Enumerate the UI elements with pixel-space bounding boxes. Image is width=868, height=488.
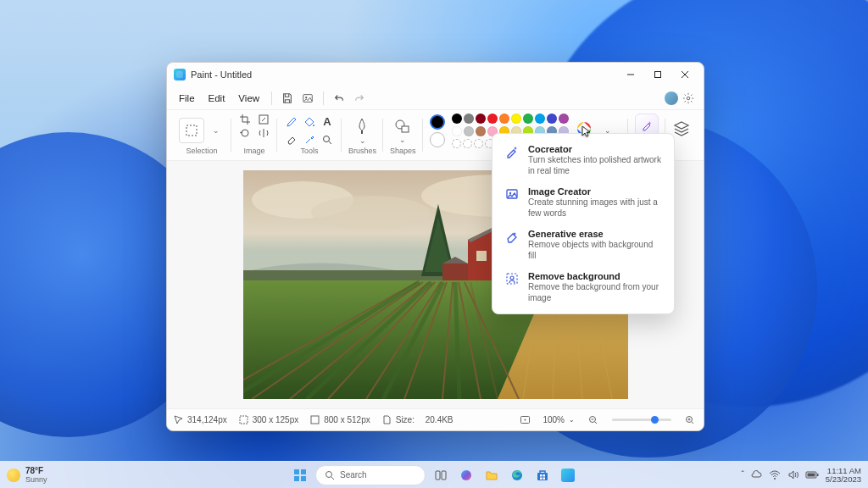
- undo-icon[interactable]: [329, 89, 349, 108]
- titlebar[interactable]: Paint - Untitled: [167, 63, 704, 86]
- mouse-cursor: [581, 125, 593, 141]
- group-shapes: ⌄ Shapes: [383, 114, 423, 160]
- shapes-dropdown[interactable]: ⌄: [394, 136, 411, 144]
- color-swatch[interactable]: [487, 114, 498, 124]
- group-label: Selection: [186, 147, 217, 155]
- custom-color-slot[interactable]: [463, 139, 472, 148]
- erase-icon: [504, 229, 520, 244]
- taskbar-paint[interactable]: [558, 465, 578, 485]
- taskbar-search[interactable]: Search: [315, 465, 426, 485]
- minimize-button[interactable]: [617, 63, 644, 86]
- custom-color-slot[interactable]: [452, 139, 461, 148]
- color-swatch[interactable]: [511, 114, 521, 124]
- copilot-menu-item[interactable]: Remove backgroundRemove the background f…: [492, 266, 674, 308]
- selection-size-icon: [239, 415, 248, 424]
- svg-point-4: [687, 97, 690, 100]
- battery-icon[interactable]: [805, 470, 819, 480]
- image-icon: [504, 186, 520, 202]
- color-swatch[interactable]: [452, 126, 462, 136]
- selection-tool[interactable]: [179, 118, 204, 143]
- onedrive-icon[interactable]: [751, 469, 762, 480]
- color-swatch[interactable]: [464, 126, 474, 136]
- svg-point-27: [509, 192, 511, 194]
- menu-edit[interactable]: Edit: [202, 91, 232, 106]
- tray-chevron-icon[interactable]: ˆ: [741, 470, 743, 480]
- wand-icon: [504, 144, 520, 159]
- copilot-menu-item[interactable]: Image CreatorCreate stunning images with…: [492, 181, 674, 224]
- flip-icon[interactable]: [257, 127, 270, 139]
- import-image-icon[interactable]: [298, 89, 318, 108]
- color-swatch[interactable]: [523, 114, 533, 124]
- close-button[interactable]: [671, 63, 698, 86]
- svg-point-34: [326, 471, 332, 477]
- group-brushes: ⌄ Brushes: [342, 114, 383, 160]
- svg-rect-39: [537, 473, 548, 480]
- taskbar[interactable]: 78°F Sunny Search ˆ 11:11 AM 5/23/2023: [0, 461, 868, 488]
- color-swatch[interactable]: [499, 114, 509, 124]
- zoom-out-button[interactable]: [587, 413, 600, 427]
- taskbar-clock[interactable]: 11:11 AM 5/23/2023: [826, 467, 861, 483]
- start-button[interactable]: [290, 465, 310, 485]
- weather-widget[interactable]: 78°F Sunny: [7, 466, 47, 484]
- save-icon[interactable]: [277, 89, 298, 108]
- color-swatch[interactable]: [464, 114, 474, 124]
- svg-point-37: [461, 470, 471, 480]
- settings-icon[interactable]: [678, 89, 698, 108]
- color-swatch[interactable]: [547, 114, 557, 124]
- svg-rect-19: [476, 251, 487, 261]
- pencil-tool[interactable]: [284, 114, 299, 130]
- color-swatch[interactable]: [535, 114, 545, 124]
- crop-icon[interactable]: [238, 114, 252, 125]
- color-swatch[interactable]: [476, 114, 486, 124]
- fill-tool[interactable]: [302, 114, 317, 130]
- canvas-size-icon: [310, 415, 320, 424]
- taskbar-copilot[interactable]: [456, 465, 476, 485]
- system-tray[interactable]: ˆ 11:11 AM 5/23/2023: [741, 467, 861, 483]
- svg-rect-41: [543, 474, 546, 477]
- taskbar-edge[interactable]: [507, 465, 527, 485]
- redo-icon[interactable]: [349, 89, 370, 108]
- brush-dropdown[interactable]: ⌄: [354, 136, 371, 145]
- resize-icon[interactable]: [257, 114, 270, 125]
- custom-color-slot[interactable]: [474, 139, 483, 148]
- taskbar-explorer[interactable]: [481, 465, 502, 485]
- group-image: Image: [231, 114, 277, 160]
- zoom-value[interactable]: 100% ⌄: [542, 415, 575, 424]
- filesize-icon: [382, 415, 392, 424]
- copilot-menu-item[interactable]: CocreatorTurn sketches into polished art…: [492, 139, 674, 181]
- menu-file[interactable]: File: [172, 91, 202, 106]
- shapes-icon[interactable]: [393, 117, 412, 136]
- taskbar-store[interactable]: [532, 465, 553, 485]
- svg-rect-10: [402, 126, 409, 132]
- picker-tool[interactable]: [302, 132, 317, 147]
- maximize-button[interactable]: [644, 63, 671, 86]
- brush-icon[interactable]: [354, 116, 371, 136]
- color2[interactable]: [430, 132, 445, 147]
- wifi-icon[interactable]: [769, 469, 781, 480]
- copilot-menu-item[interactable]: Generative eraseRemove objects with back…: [492, 224, 674, 266]
- color-swatch[interactable]: [476, 126, 486, 136]
- zoom-in-button[interactable]: [683, 413, 697, 427]
- fit-screen-button[interactable]: [520, 414, 531, 425]
- status-bar: 314,124px 300 x 125px 800 x 512px Size: …: [167, 408, 704, 430]
- color-swatch[interactable]: [559, 114, 569, 124]
- text-tool[interactable]: A: [320, 114, 335, 130]
- task-view-button[interactable]: [431, 465, 451, 485]
- zoom-slider[interactable]: [612, 419, 671, 421]
- svg-rect-36: [442, 471, 446, 480]
- volume-icon[interactable]: [787, 469, 798, 480]
- menu-view[interactable]: View: [231, 91, 266, 106]
- svg-point-29: [510, 276, 514, 280]
- rmbg-icon: [504, 271, 520, 286]
- svg-rect-33: [301, 476, 306, 481]
- status-canvas: 800 x 512px: [310, 415, 370, 424]
- color1[interactable]: [430, 114, 445, 130]
- eraser-tool[interactable]: [284, 132, 299, 147]
- rotate-icon[interactable]: [238, 127, 252, 139]
- user-avatar[interactable]: [665, 92, 678, 105]
- svg-point-7: [313, 125, 314, 126]
- selection-dropdown[interactable]: ⌄: [208, 126, 225, 135]
- svg-rect-21: [311, 416, 319, 424]
- color-swatch[interactable]: [452, 114, 462, 124]
- magnify-tool[interactable]: [320, 132, 335, 147]
